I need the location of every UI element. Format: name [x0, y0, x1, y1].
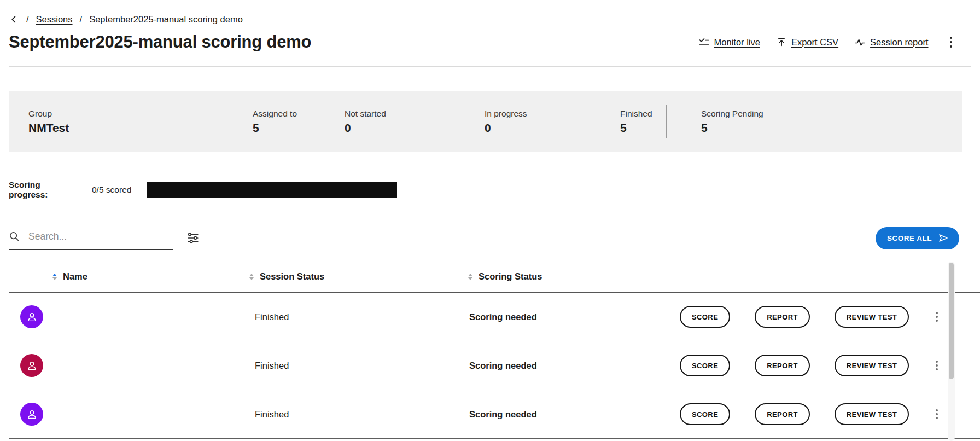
- table-row: Finished Scoring needed SCOREREPORTREVIE…: [9, 293, 980, 341]
- stat-not-started-label: Not started: [345, 109, 485, 119]
- monitor-live-label: Monitor live: [714, 37, 760, 48]
- stat-scoring-pending: Scoring Pending 5: [701, 109, 763, 135]
- session-status: Finished: [249, 312, 468, 322]
- row-kebab-menu-button[interactable]: [934, 407, 940, 421]
- stat-not-started: Not started 0: [345, 109, 485, 135]
- header-divider: [9, 66, 971, 67]
- sort-icon: [52, 274, 57, 280]
- sliders-icon: [186, 231, 200, 245]
- stat-group-value: NMTest: [28, 121, 253, 135]
- stat-scoring-pending-label: Scoring Pending: [701, 109, 763, 119]
- stat-finished: Finished 5: [620, 109, 666, 135]
- stat-in-progress-label: In progress: [485, 109, 620, 119]
- participants-table: Name Session Status Scoring Status: [9, 261, 980, 439]
- column-session-status-label: Session Status: [260, 271, 324, 282]
- kebab-icon: [936, 409, 938, 411]
- header-actions: Monitor live Export CSV Session report: [699, 34, 955, 51]
- column-name-label: Name: [63, 271, 88, 282]
- monitor-live-icon: [699, 37, 709, 48]
- search-input[interactable]: [27, 230, 173, 243]
- table-header-row: Name Session Status Scoring Status: [9, 261, 980, 293]
- scoring-status: Scoring needed: [468, 409, 676, 420]
- row-action-review-test-button[interactable]: REVIEW TEST: [835, 403, 909, 425]
- session-stats-bar: Group NMTest Assigned to 5 Not started 0…: [9, 91, 962, 152]
- row-action-review-test-button[interactable]: REVIEW TEST: [835, 355, 909, 376]
- stat-finished-value: 5: [620, 121, 666, 135]
- pulse-icon: [855, 37, 865, 48]
- sort-icon: [468, 274, 472, 280]
- row-action-score-button[interactable]: SCORE: [680, 403, 730, 425]
- row-kebab-menu-button[interactable]: [934, 310, 940, 324]
- scoring-progress-label: Scoring progress:: [9, 180, 80, 200]
- row-action-score-button[interactable]: SCORE: [680, 355, 730, 376]
- table-row: Finished Scoring needed SCOREREPORTREVIE…: [9, 390, 980, 439]
- page-header: September2025-manual scoring demo Monito…: [9, 32, 955, 52]
- header-kebab-menu-button[interactable]: [947, 34, 955, 51]
- score-all-button[interactable]: SCORE ALL: [876, 227, 959, 249]
- stat-scoring-pending-value: 5: [701, 121, 763, 135]
- row-actions: SCOREREPORTREVIEW TEST: [676, 355, 945, 376]
- scoring-progress-value: 0/5 scored: [80, 185, 135, 195]
- export-csv-link[interactable]: Export CSV: [777, 37, 838, 48]
- scoring-progress-bar: [147, 182, 397, 198]
- stat-assigned-value: 5: [253, 121, 310, 135]
- stats-divider: [310, 105, 310, 138]
- column-header-name[interactable]: Name: [9, 271, 249, 282]
- column-scoring-status-label: Scoring Status: [479, 271, 542, 282]
- breadcrumb: / Sessions / September2025-manual scorin…: [9, 14, 971, 25]
- stat-group-label: Group: [28, 109, 253, 119]
- send-icon: [938, 233, 949, 243]
- breadcrumb-separator: /: [26, 14, 29, 25]
- stat-group: Group NMTest: [28, 109, 253, 135]
- export-csv-label: Export CSV: [791, 37, 838, 48]
- person-icon: [25, 408, 39, 421]
- column-header-session-status[interactable]: Session Status: [249, 271, 468, 282]
- row-action-report-button[interactable]: REPORT: [755, 306, 810, 328]
- kebab-icon: [950, 37, 953, 39]
- stat-in-progress-value: 0: [485, 121, 620, 135]
- row-action-report-button[interactable]: REPORT: [755, 355, 810, 376]
- page-title: September2025-manual scoring demo: [9, 32, 311, 52]
- chevron-left-icon: [10, 15, 18, 24]
- back-button[interactable]: [9, 14, 19, 25]
- row-kebab-menu-button[interactable]: [934, 358, 940, 373]
- avatar: [20, 305, 43, 328]
- upload-icon: [777, 37, 786, 47]
- session-report-link[interactable]: Session report: [855, 37, 928, 48]
- avatar: [20, 403, 43, 426]
- kebab-icon: [936, 361, 938, 363]
- session-status: Finished: [249, 409, 468, 420]
- search-box: [9, 226, 173, 250]
- vertical-scrollbar-thumb[interactable]: [949, 263, 954, 379]
- stats-divider: [666, 105, 667, 138]
- search-icon: [9, 231, 20, 242]
- person-icon: [25, 310, 39, 324]
- scoring-status: Scoring needed: [468, 312, 676, 322]
- monitor-live-link[interactable]: Monitor live: [699, 37, 760, 48]
- row-actions: SCOREREPORTREVIEW TEST: [676, 403, 945, 425]
- table-row: Finished Scoring needed SCOREREPORTREVIE…: [9, 341, 980, 390]
- person-icon: [25, 359, 39, 373]
- row-action-report-button[interactable]: REPORT: [755, 403, 810, 425]
- session-report-label: Session report: [870, 37, 928, 48]
- row-action-review-test-button[interactable]: REVIEW TEST: [835, 306, 909, 328]
- row-actions: SCOREREPORTREVIEW TEST: [676, 306, 945, 328]
- score-all-label: SCORE ALL: [887, 234, 932, 242]
- kebab-icon: [936, 312, 938, 314]
- stat-in-progress: In progress 0: [485, 109, 620, 135]
- breadcrumb-sessions-link[interactable]: Sessions: [36, 14, 73, 25]
- table-toolbar: SCORE ALL: [9, 226, 959, 250]
- row-action-score-button[interactable]: SCORE: [680, 306, 730, 328]
- filter-button[interactable]: [184, 229, 202, 247]
- sort-icon: [249, 274, 254, 280]
- scoring-progress-row: Scoring progress: 0/5 scored: [9, 180, 980, 200]
- table-body: Finished Scoring needed SCOREREPORTREVIE…: [9, 293, 980, 439]
- name-cell: [9, 354, 249, 377]
- vertical-scrollbar-track[interactable]: [948, 262, 955, 441]
- column-header-scoring-status[interactable]: Scoring Status: [468, 271, 676, 282]
- stat-assigned-to: Assigned to 5: [253, 109, 310, 135]
- stat-not-started-value: 0: [345, 121, 485, 135]
- name-cell: [9, 305, 249, 328]
- session-status: Finished: [249, 361, 468, 371]
- breadcrumb-separator: /: [80, 14, 83, 25]
